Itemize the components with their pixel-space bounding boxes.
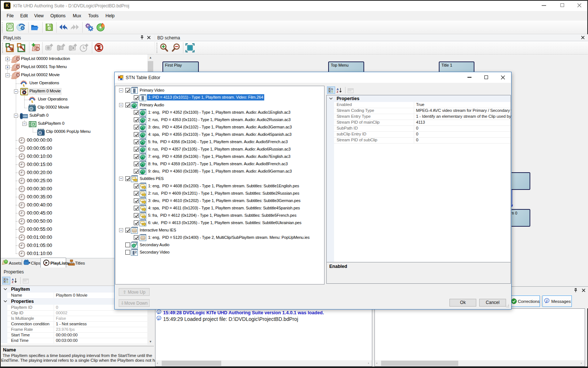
svg-text:i: i — [546, 299, 548, 303]
svg-text:2: 2 — [135, 250, 137, 254]
svg-text:Z: Z — [12, 280, 14, 283]
svg-text:Z: Z — [337, 90, 338, 93]
svg-text:2: 2 — [136, 242, 137, 246]
